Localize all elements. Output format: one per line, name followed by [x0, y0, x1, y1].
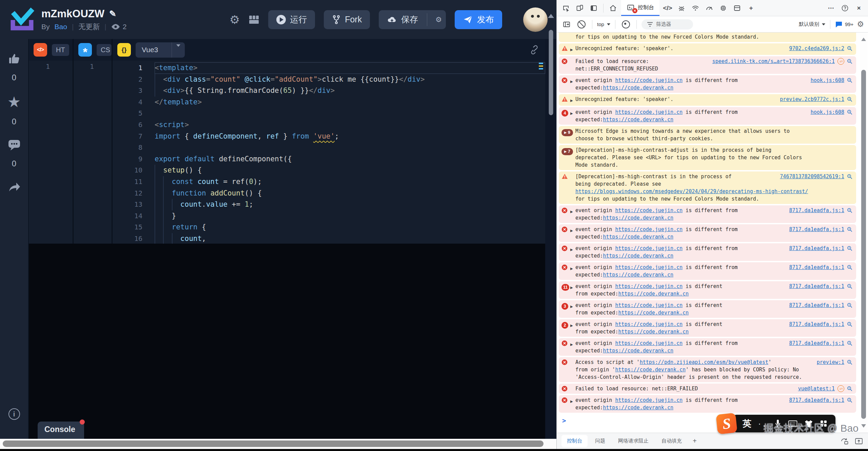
- search-source-icon[interactable]: [847, 360, 853, 365]
- source-link[interactable]: 8717.da1eadfa.js:1: [789, 283, 844, 290]
- code-line[interactable]: 5: [113, 108, 545, 119]
- settings-gear-icon[interactable]: ⚙: [230, 14, 240, 25]
- expand-caret[interactable]: ▶: [570, 207, 575, 216]
- html-gutter-line-1[interactable]: 1: [29, 62, 50, 70]
- save-options-gear-icon[interactable]: ⚙: [431, 16, 446, 24]
- code-text[interactable]: <div>{{ String.fromCharCode(65) }}</div>: [155, 85, 545, 97]
- expand-caret[interactable]: ▶: [570, 321, 575, 329]
- source-link[interactable]: speed.ilink-tk.com/s…art=1738736366626:1: [712, 58, 835, 65]
- memory-tab-icon[interactable]: [717, 2, 729, 14]
- code-line[interactable]: 13 count.value += 1;: [113, 199, 545, 210]
- expand-caret[interactable]: ▶: [570, 264, 575, 272]
- message-link[interactable]: https://code.juejin.cn: [615, 264, 683, 270]
- message-link[interactable]: https://code.juejin.cn: [615, 226, 683, 232]
- code-text[interactable]: <div class="count" @click="addCount">cli…: [155, 74, 545, 85]
- search-source-icon[interactable]: [847, 208, 853, 213]
- application-tab-icon[interactable]: [731, 2, 743, 14]
- line-number[interactable]: 9: [113, 153, 155, 165]
- sources-tab-icon[interactable]: </>: [662, 2, 673, 14]
- more-options-icon[interactable]: ⋯: [825, 2, 837, 14]
- message-link[interactable]: https://code.juejin.cn: [615, 283, 683, 289]
- css-gutter-line-1[interactable]: 1: [74, 62, 94, 70]
- code-text[interactable]: <template>: [155, 62, 545, 74]
- console-scroll-thumb[interactable]: [861, 70, 866, 419]
- app-console-tab[interactable]: Console: [38, 422, 84, 439]
- expand-caret[interactable]: ▶: [570, 226, 575, 234]
- tab-css[interactable]: * CS: [74, 39, 113, 61]
- source-link[interactable]: 8717.da1eadfa.js:1: [789, 226, 844, 233]
- home-icon[interactable]: [607, 2, 619, 14]
- inspect-element-icon[interactable]: [560, 2, 572, 14]
- group-count-badge[interactable]: ▶9: [561, 129, 573, 136]
- info-icon[interactable]: i: [8, 408, 20, 420]
- line-number[interactable]: 16: [113, 233, 155, 245]
- message-link[interactable]: https://code.juejin.cn: [615, 109, 683, 115]
- code-text[interactable]: setup() {: [155, 165, 545, 176]
- code-line[interactable]: 2 <div class="count" @click="addCount">c…: [113, 74, 545, 85]
- message-link[interactable]: https://code.devrank.cn: [603, 85, 673, 91]
- source-link[interactable]: 8717.da1eadfa.js:1: [789, 264, 844, 271]
- search-source-icon[interactable]: [847, 265, 853, 270]
- code-line[interactable]: 12 function addCount() {: [113, 188, 545, 199]
- edit-title-icon[interactable]: ✎: [109, 9, 116, 19]
- upload-icon[interactable]: [854, 437, 863, 445]
- message-link[interactable]: https://code.juejin.cn: [615, 397, 683, 403]
- source-link[interactable]: hook.js:608: [811, 77, 844, 84]
- line-number[interactable]: 5: [113, 108, 155, 119]
- message-link[interactable]: https://code.devrank.cn: [603, 405, 673, 411]
- line-number[interactable]: 3: [113, 85, 155, 97]
- console-settings-gear-icon[interactable]: ⚙: [857, 20, 864, 29]
- clear-console-icon[interactable]: [576, 19, 587, 30]
- line-number[interactable]: 7: [113, 131, 155, 142]
- more-tabs-icon[interactable]: +: [745, 2, 757, 14]
- share-link-icon[interactable]: [530, 45, 539, 55]
- line-number[interactable]: 12: [113, 188, 155, 199]
- search-source-icon[interactable]: [847, 59, 853, 64]
- expand-caret[interactable]: ▶: [570, 283, 575, 291]
- line-number[interactable]: 10: [113, 165, 155, 176]
- search-source-icon[interactable]: [847, 386, 853, 392]
- save-button[interactable]: 保存 ⚙: [379, 10, 446, 29]
- message-link[interactable]: https://pdn.zijieapi.com/esm/bv/vue@late…: [640, 359, 768, 365]
- device-toolbar-icon[interactable]: [574, 2, 586, 14]
- source-link[interactable]: 8717.da1eadfa.js:1: [789, 396, 844, 404]
- message-link[interactable]: https://code.juejin.cn: [615, 321, 683, 327]
- drawer-tab-0[interactable]: 控制台: [561, 435, 588, 447]
- code-text[interactable]: export default defineComponent({: [155, 153, 545, 165]
- ime-language-toggle[interactable]: 英: [743, 418, 751, 430]
- code-line[interactable]: 10 setup() {: [113, 165, 545, 176]
- sogou-logo[interactable]: S: [716, 413, 737, 434]
- issues-counter[interactable]: 99+: [835, 21, 853, 28]
- expand-caret[interactable]: ▶: [570, 77, 575, 85]
- keyboard-icon[interactable]: [788, 420, 797, 427]
- source-link[interactable]: 7467813782098542619:1: [780, 173, 844, 180]
- source-link[interactable]: 8717.da1eadfa.js:1: [789, 207, 844, 214]
- message-link[interactable]: https://code.juejin.cn: [615, 302, 683, 308]
- code-line[interactable]: 9export default defineComponent({: [113, 153, 545, 165]
- message-link[interactable]: https://code.devrank.cn: [603, 117, 673, 123]
- live-expression-icon[interactable]: [620, 19, 632, 30]
- page-horizontal-scrollbar[interactable]: [0, 439, 556, 449]
- vertical-scroll-thumb[interactable]: [549, 30, 553, 115]
- search-source-icon[interactable]: [847, 46, 853, 52]
- source-link[interactable]: 8717.da1eadfa.js:1: [789, 302, 844, 309]
- search-source-icon[interactable]: [847, 97, 853, 102]
- code-text[interactable]: [155, 108, 545, 119]
- expand-caret[interactable]: ▶: [570, 396, 575, 405]
- run-button[interactable]: 运行: [268, 10, 315, 29]
- fork-button[interactable]: Fork: [324, 10, 370, 29]
- refresh-device-icon[interactable]: [840, 437, 849, 445]
- message-link[interactable]: https://code.juejin.cn: [615, 340, 683, 346]
- context-selector[interactable]: top: [597, 21, 610, 27]
- code-line[interactable]: 8: [113, 142, 545, 153]
- line-number[interactable]: 14: [113, 210, 155, 222]
- line-number[interactable]: 8: [113, 142, 155, 153]
- source-link[interactable]: 8717.da1eadfa.js:1: [789, 340, 844, 347]
- code-line[interactable]: 3 <div>{{ String.fromCharCode(65) }}</di…: [113, 85, 545, 97]
- code-line[interactable]: 11 const count = ref(0);: [113, 176, 545, 188]
- code-line[interactable]: 15 return {: [113, 222, 545, 233]
- search-source-icon[interactable]: [847, 284, 853, 289]
- star-button[interactable]: ★: [7, 95, 21, 109]
- toolbox-grid-icon[interactable]: [820, 420, 827, 427]
- code-text[interactable]: import { defineComponent, ref } from 'vu…: [155, 131, 545, 142]
